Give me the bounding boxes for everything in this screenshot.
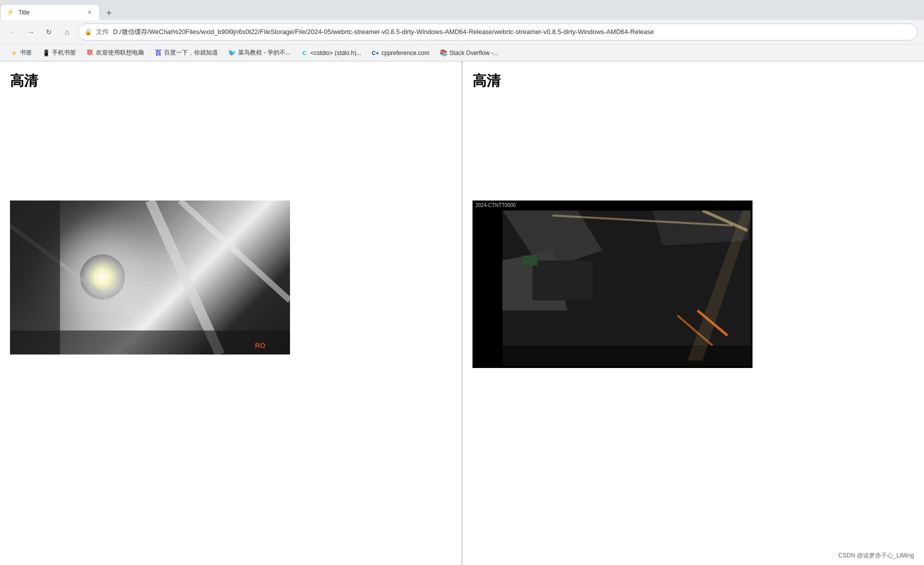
bookmark-label-star: 书签 (20, 48, 32, 57)
svg-line-1 (180, 200, 290, 300)
bookmark-favicon-runoob: 🐦 (228, 49, 236, 57)
reload-button[interactable]: ↻ (42, 25, 56, 39)
back-button[interactable]: ← (6, 25, 20, 39)
tab-bar: ⚡ Title ✕ + (0, 0, 924, 20)
bookmark-label-cstdio: <cstdio> (stdio.h)... (310, 50, 362, 56)
right-video-outer: 2024-CTNTT0000 (472, 200, 752, 368)
svg-rect-12 (532, 260, 592, 300)
bookmark-item-phone[interactable]: 📱 手机书签 (38, 48, 80, 58)
bookmark-item-runoob[interactable]: 🐦 菜鸟教程 - 学的不... (224, 48, 294, 58)
tab-close-button[interactable]: ✕ (86, 8, 94, 16)
bookmark-item-star[interactable]: ★ 书签 (6, 48, 36, 58)
bookmark-label-baidu: 百度一下，你就知道 (164, 48, 218, 57)
bookmark-item-lenovo[interactable]: 联 欢迎使用联想电脑 (82, 48, 148, 58)
file-label: 文件 (96, 28, 109, 36)
navigation-bar: ← → ↻ ⌂ 🔒 文件 D:/微信缓存/WeChat%20Files/wxid… (0, 20, 924, 44)
watermark-text: CSDN @追梦赤子心_LiMing (838, 552, 914, 559)
left-video: RO (10, 200, 290, 354)
right-video-inner (502, 210, 750, 366)
right-video-label: 2024-CTNTT0000 (476, 202, 516, 208)
bookmark-favicon-stackoverflow: 📚 (440, 49, 448, 57)
right-panel: 高清 2024-CTNTT0000 (462, 62, 924, 565)
left-panel: 高清 RO (0, 62, 462, 565)
page-content: 高清 RO 高清 (0, 62, 924, 565)
page-footer: CSDN @追梦赤子心_LiMing (838, 552, 914, 560)
browser-chrome: ⚡ Title ✕ + ← → ↻ ⌂ 🔒 文件 D:/微信缓存/WeChat%… (0, 0, 924, 62)
right-panel-title: 高清 (472, 72, 914, 90)
bookmark-label-phone: 手机书签 (52, 48, 76, 57)
bookmark-item-baidu[interactable]: 百 百度一下，你就知道 (150, 48, 222, 58)
bookmark-item-cstdio[interactable]: C <cstdio> (stdio.h)... (296, 48, 366, 58)
address-bar[interactable]: 🔒 文件 D:/微信缓存/WeChat%20Files/wxid_b90l9jr… (78, 24, 918, 40)
right-video-content (502, 210, 750, 366)
forward-button[interactable]: → (24, 25, 38, 39)
tab-favicon: ⚡ (6, 8, 14, 16)
bookmark-label-runoob: 菜鸟教程 - 学的不... (238, 48, 290, 57)
new-tab-button[interactable]: + (102, 6, 116, 20)
bookmark-label-stackoverflow: Stack Overflow -... (450, 50, 498, 56)
right-video-container: 2024-CTNTT0000 (472, 200, 914, 368)
url-text[interactable]: D:/微信缓存/WeChat%20Files/wxid_b90l9jri6s0t… (113, 28, 912, 36)
bookmark-label-lenovo: 欢迎使用联想电脑 (96, 48, 144, 57)
security-icon: 🔒 (84, 28, 92, 36)
svg-rect-16 (502, 346, 750, 366)
active-tab[interactable]: ⚡ Title ✕ (0, 4, 100, 20)
bookmarks-bar: ★ 书签 📱 手机书签 联 欢迎使用联想电脑 百 百度一下，你就知道 🐦 菜鸟教… (0, 44, 924, 61)
home-button[interactable]: ⌂ (60, 25, 74, 39)
bookmark-favicon-cstdio: C (300, 49, 308, 57)
svg-rect-4 (10, 330, 290, 354)
bookmark-label-cppreference: cppreference.com (382, 50, 430, 56)
left-panel-title: 高清 (10, 72, 452, 90)
left-video-container: RO (10, 200, 452, 354)
svg-rect-13 (522, 256, 538, 266)
bookmark-item-stackoverflow[interactable]: 📚 Stack Overflow -... (436, 48, 502, 58)
bookmark-favicon-baidu: 百 (154, 49, 162, 57)
bookmark-favicon-lenovo: 联 (86, 49, 94, 57)
bookmark-favicon-phone: 📱 (42, 49, 50, 57)
bookmark-favicon-star: ★ (10, 49, 18, 57)
left-video-overlay: RO (10, 200, 290, 354)
bookmark-favicon-cpp: C+ (372, 49, 380, 57)
svg-text:RO: RO (255, 342, 266, 350)
bookmark-item-cppreference[interactable]: C+ cppreference.com (368, 48, 434, 58)
tab-title: Title (18, 9, 82, 16)
